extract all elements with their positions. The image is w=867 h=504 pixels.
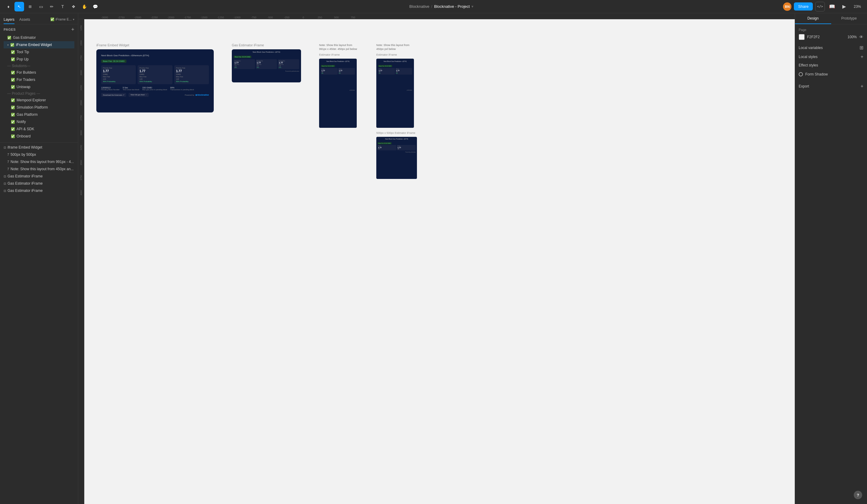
widget-title: Next Block Gas Prediction—Ethereum (ETH): [101, 54, 209, 57]
tab-layers[interactable]: Layers: [3, 15, 14, 24]
ruler-mark: 0: [295, 16, 312, 19]
text-icon: T: [61, 4, 64, 9]
right-panel-content: Page F2F2F2 100% 👁 Local variables ⊞ Loc…: [795, 24, 867, 504]
layer-item-gas-estimator-iframe-2[interactable]: ⊡ Gas Estimator iFrame: [0, 180, 78, 187]
card: Priority 1.77 138: [377, 145, 396, 150]
ruler-mark-v: 1500: [80, 40, 83, 46]
page-label: API & SDK: [17, 127, 71, 131]
add-page-button[interactable]: +: [71, 27, 74, 32]
tab-assets[interactable]: Assets: [19, 15, 30, 24]
check-icon: ✅: [11, 98, 15, 102]
logo-button[interactable]: ♦: [3, 2, 13, 11]
page-section: Page F2F2F2 100% 👁: [799, 28, 864, 40]
frame-icon: ⊞: [29, 4, 32, 9]
layer-item-500px[interactable]: T 500px by 500px: [0, 151, 78, 158]
page-item-simulation[interactable]: ✅ Simulation Platform: [3, 104, 74, 111]
export-section: Export +: [799, 84, 864, 89]
ruler-mark: -2750: [113, 16, 129, 19]
gas-mini-card-2: Priority Fee 1.77 Max Fee 138 95%: [256, 59, 277, 69]
page-item-iframe-embed[interactable]: ▾ ✅ iFrame Embed Widget: [3, 41, 74, 48]
cursor-icon: ↖: [18, 4, 21, 9]
page-item-mempool[interactable]: ✅ Mempool Explorer: [3, 97, 74, 104]
download-extension-button[interactable]: Download the Extension ↗: [101, 93, 126, 97]
page-item-for-traders[interactable]: ✅ For Traders: [3, 76, 74, 83]
check-icon: ✅: [11, 127, 15, 131]
check-icon: ✅: [7, 36, 11, 40]
effect-styles-label: Effect styles: [799, 63, 818, 67]
small-frame-1[interactable]: Next Block Gas Prediction—(ETH) Base Fee…: [319, 59, 357, 128]
hand-tool-button[interactable]: ✋: [79, 2, 89, 11]
export-row: Export +: [799, 84, 864, 89]
ruler-mark: 250: [312, 16, 328, 19]
comment-tool-button[interactable]: 💬: [90, 2, 100, 11]
small-frame-2[interactable]: Next Block Gas Prediction—(ETH) Base Fee…: [376, 59, 414, 128]
layer-item-gas-estimator-iframe-3[interactable]: ⊡ Gas Estimator iFrame: [0, 187, 78, 194]
gas-estimator-frame[interactable]: Next Block Gas Prediction—(ETH) Base Fee…: [232, 49, 301, 83]
widget-inner: Next Block Gas Prediction—Ethereum (ETH)…: [101, 54, 209, 97]
visibility-toggle-button[interactable]: 👁: [859, 35, 864, 40]
frame-500[interactable]: Next Block Gas Prediction—(ETH) Base Fee…: [376, 137, 417, 179]
frame-tool-button[interactable]: ⊞: [25, 2, 35, 11]
layers-list: ⊡ iframe Embed Widget T 500px by 500px T…: [0, 143, 78, 504]
check-icon: ✅: [11, 113, 15, 117]
layer-item-note-991[interactable]: T Note: Show this layout from 991px - 4.…: [0, 158, 78, 165]
gas-mini-fee: Base Fee: 30.34 GWEI: [234, 56, 251, 58]
ruler-mark-v: 1250: [80, 25, 83, 31]
page-item-api-sdk[interactable]: ✅ API & SDK: [3, 125, 74, 133]
pages-list: ✅ Gas Estimator ▾ ✅ iFrame Embed Widget …: [3, 34, 74, 140]
code-button[interactable]: </>: [815, 2, 825, 11]
layer-label: Note: Show this layout from 450px an...: [11, 167, 74, 171]
gas-mini-card-1: Priority Fee 1.77 Max Fee 138 99%: [234, 59, 255, 69]
page-name[interactable]: Blocknative - Project: [434, 4, 470, 9]
help-button[interactable]: ?: [854, 491, 862, 499]
ruler-mark-v: 2750: [80, 115, 83, 121]
share-button[interactable]: Share: [794, 2, 813, 11]
canvas-viewport: iFrame Embed Widget Next Block Gas Predi…: [84, 19, 795, 504]
local-styles-label: Local styles: [799, 55, 817, 59]
library-button[interactable]: 📖: [827, 2, 837, 11]
component-tool-button[interactable]: ❖: [69, 2, 78, 11]
ruler-mark: -500: [262, 16, 278, 19]
iframe-widget-frame[interactable]: Next Block Gas Prediction—Ethereum (ETH)…: [96, 49, 214, 112]
page-item-onboard[interactable]: ✅ Onboard: [3, 133, 74, 140]
page-item-notify[interactable]: ✅ Notify: [3, 118, 74, 125]
blocknative-logo: ◈ blocknative: [195, 94, 209, 96]
tab-prototype[interactable]: Prototype: [831, 13, 867, 24]
hand-icon: ✋: [82, 4, 87, 9]
text-tool-button[interactable]: T: [58, 2, 67, 11]
page-color-swatch[interactable]: [799, 34, 805, 40]
ruler-mark: 500: [328, 16, 345, 19]
page-color-value: F2F2F2: [807, 35, 820, 39]
page-item-for-builders[interactable]: ✅ For Builders: [3, 69, 74, 76]
move-tool-button[interactable]: ↖: [14, 2, 24, 11]
local-variables-tune-button[interactable]: ⊞: [859, 45, 864, 51]
tab-design[interactable]: Design: [795, 13, 831, 24]
page-label: iFrame Embed Widget: [16, 43, 71, 47]
gas-mini-cards: Priority Fee 1.77 Max Fee 138 99% Priori…: [234, 59, 299, 69]
effect-name-label: Form Shadow: [805, 72, 828, 76]
text-icon: T: [7, 153, 9, 156]
ruler-mark: -2250: [146, 16, 162, 19]
layer-item-iframe-embed-widget[interactable]: ⊡ iframe Embed Widget: [0, 144, 78, 151]
ruler-mark: -1250: [212, 16, 229, 19]
layer-label: iframe Embed Widget: [8, 145, 74, 150]
page-item-gas-platform[interactable]: ✅ Gas Platform: [3, 111, 74, 118]
view-gas-feed-button[interactable]: View full gas feed →: [129, 93, 149, 97]
page-item-gas-estimator[interactable]: ✅ Gas Estimator: [3, 34, 74, 41]
page-item-tooltip[interactable]: ✅ Tool Tip: [3, 48, 74, 56]
chevron-down-icon[interactable]: ▾: [471, 4, 473, 9]
play-button[interactable]: ▶: [839, 2, 849, 11]
small-card: Priority 1.77 138 95%: [396, 68, 413, 75]
zoom-control[interactable]: 23%: [851, 3, 864, 10]
local-variables-label: Local variables: [799, 46, 823, 50]
layer-item-gas-estimator-iframe-1[interactable]: ⊡ Gas Estimator iFrame: [0, 173, 78, 180]
page-item-popup[interactable]: ✅ Pop Up: [3, 56, 74, 63]
add-local-style-button[interactable]: +: [861, 54, 864, 59]
pen-tool-button[interactable]: ✏: [47, 2, 56, 11]
shape-tool-button[interactable]: ▭: [36, 2, 46, 11]
layer-item-note-450[interactable]: T Note: Show this layout from 450px an..…: [0, 165, 78, 173]
chevron-down-small-icon: ▾: [73, 18, 74, 21]
page-item-uniswap[interactable]: ✅ Uniswap: [3, 83, 74, 90]
add-export-button[interactable]: +: [861, 84, 864, 89]
ruler-mark: -2500: [129, 16, 146, 19]
